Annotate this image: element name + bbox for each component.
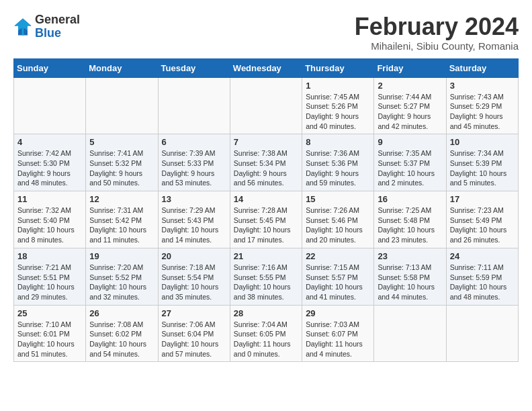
calendar-day-cell: 23Sunrise: 7:13 AM Sunset: 5:58 PM Dayli… xyxy=(374,248,446,305)
weekday-header: Saturday xyxy=(446,58,518,77)
logo: General Blue xyxy=(13,13,80,40)
day-info: Sunrise: 7:43 AM Sunset: 5:29 PM Dayligh… xyxy=(450,92,515,132)
calendar-week-row: 4Sunrise: 7:42 AM Sunset: 5:30 PM Daylig… xyxy=(14,134,519,191)
calendar-day-cell: 15Sunrise: 7:26 AM Sunset: 5:46 PM Dayli… xyxy=(302,191,374,248)
day-info: Sunrise: 7:03 AM Sunset: 6:07 PM Dayligh… xyxy=(306,320,370,359)
calendar-day-cell: 9Sunrise: 7:35 AM Sunset: 5:37 PM Daylig… xyxy=(374,134,446,191)
calendar-week-row: 1Sunrise: 7:45 AM Sunset: 5:26 PM Daylig… xyxy=(14,77,519,134)
calendar-day-cell xyxy=(86,77,158,134)
day-number: 9 xyxy=(378,137,442,147)
calendar-day-cell xyxy=(158,77,230,134)
calendar-day-cell xyxy=(230,77,302,134)
calendar-day-cell: 13Sunrise: 7:29 AM Sunset: 5:43 PM Dayli… xyxy=(158,191,230,248)
weekday-header-row: SundayMondayTuesdayWednesdayThursdayFrid… xyxy=(14,58,519,77)
calendar-day-cell xyxy=(446,305,518,362)
day-number: 12 xyxy=(89,194,154,204)
day-number: 13 xyxy=(162,194,226,204)
day-info: Sunrise: 7:36 AM Sunset: 5:36 PM Dayligh… xyxy=(306,148,370,188)
calendar-header: SundayMondayTuesdayWednesdayThursdayFrid… xyxy=(14,58,519,77)
weekday-header: Tuesday xyxy=(158,58,230,77)
logo-icon xyxy=(13,17,32,36)
title-area: February 2024 Mihaileni, Sibiu County, R… xyxy=(355,13,519,52)
calendar-day-cell: 22Sunrise: 7:15 AM Sunset: 5:57 PM Dayli… xyxy=(302,248,374,305)
calendar-day-cell: 12Sunrise: 7:31 AM Sunset: 5:42 PM Dayli… xyxy=(86,191,158,248)
day-number: 27 xyxy=(162,308,226,318)
location-subtitle: Mihaileni, Sibiu County, Romania xyxy=(355,40,519,52)
calendar-week-row: 18Sunrise: 7:21 AM Sunset: 5:51 PM Dayli… xyxy=(14,248,519,305)
calendar-week-row: 11Sunrise: 7:32 AM Sunset: 5:40 PM Dayli… xyxy=(14,191,519,248)
day-info: Sunrise: 7:18 AM Sunset: 5:54 PM Dayligh… xyxy=(162,263,226,302)
day-number: 1 xyxy=(306,81,370,91)
day-number: 28 xyxy=(234,308,298,318)
day-number: 5 xyxy=(89,137,154,147)
day-number: 24 xyxy=(450,251,515,261)
day-info: Sunrise: 7:38 AM Sunset: 5:34 PM Dayligh… xyxy=(234,148,298,188)
day-info: Sunrise: 7:06 AM Sunset: 6:04 PM Dayligh… xyxy=(162,320,226,359)
weekday-header: Friday xyxy=(374,58,446,77)
day-info: Sunrise: 7:32 AM Sunset: 5:40 PM Dayligh… xyxy=(17,205,82,245)
day-info: Sunrise: 7:44 AM Sunset: 5:27 PM Dayligh… xyxy=(378,92,442,132)
calendar-day-cell: 14Sunrise: 7:28 AM Sunset: 5:45 PM Dayli… xyxy=(230,191,302,248)
day-number: 6 xyxy=(162,137,226,147)
calendar-body: 1Sunrise: 7:45 AM Sunset: 5:26 PM Daylig… xyxy=(14,77,519,362)
day-number: 29 xyxy=(306,308,370,318)
calendar-day-cell: 10Sunrise: 7:34 AM Sunset: 5:39 PM Dayli… xyxy=(446,134,518,191)
day-number: 25 xyxy=(17,308,82,318)
day-info: Sunrise: 7:26 AM Sunset: 5:46 PM Dayligh… xyxy=(306,205,370,245)
day-info: Sunrise: 7:15 AM Sunset: 5:57 PM Dayligh… xyxy=(306,263,370,302)
calendar-day-cell: 7Sunrise: 7:38 AM Sunset: 5:34 PM Daylig… xyxy=(230,134,302,191)
day-info: Sunrise: 7:28 AM Sunset: 5:45 PM Dayligh… xyxy=(234,205,298,245)
day-number: 15 xyxy=(306,194,370,204)
calendar-day-cell xyxy=(374,305,446,362)
weekday-header: Thursday xyxy=(302,58,374,77)
day-number: 8 xyxy=(306,137,370,147)
page-header: General Blue February 2024 Mihaileni, Si… xyxy=(13,13,519,52)
calendar-day-cell: 18Sunrise: 7:21 AM Sunset: 5:51 PM Dayli… xyxy=(14,248,86,305)
day-info: Sunrise: 7:16 AM Sunset: 5:55 PM Dayligh… xyxy=(234,263,298,302)
day-info: Sunrise: 7:08 AM Sunset: 6:02 PM Dayligh… xyxy=(89,320,154,359)
day-number: 23 xyxy=(378,251,442,261)
day-number: 16 xyxy=(378,194,442,204)
calendar-day-cell: 26Sunrise: 7:08 AM Sunset: 6:02 PM Dayli… xyxy=(86,305,158,362)
calendar-day-cell: 8Sunrise: 7:36 AM Sunset: 5:36 PM Daylig… xyxy=(302,134,374,191)
calendar-day-cell: 24Sunrise: 7:11 AM Sunset: 5:59 PM Dayli… xyxy=(446,248,518,305)
calendar-day-cell: 2Sunrise: 7:44 AM Sunset: 5:27 PM Daylig… xyxy=(374,77,446,134)
calendar-day-cell: 6Sunrise: 7:39 AM Sunset: 5:33 PM Daylig… xyxy=(158,134,230,191)
day-number: 19 xyxy=(89,251,154,261)
day-info: Sunrise: 7:25 AM Sunset: 5:48 PM Dayligh… xyxy=(378,205,442,245)
day-info: Sunrise: 7:41 AM Sunset: 5:32 PM Dayligh… xyxy=(89,148,154,188)
calendar-day-cell: 17Sunrise: 7:23 AM Sunset: 5:49 PM Dayli… xyxy=(446,191,518,248)
svg-marker-1 xyxy=(14,18,31,35)
calendar-table: SundayMondayTuesdayWednesdayThursdayFrid… xyxy=(13,58,519,363)
day-info: Sunrise: 7:29 AM Sunset: 5:43 PM Dayligh… xyxy=(162,205,226,245)
day-info: Sunrise: 7:10 AM Sunset: 6:01 PM Dayligh… xyxy=(17,320,82,359)
day-number: 20 xyxy=(162,251,226,261)
month-title: February 2024 xyxy=(355,13,519,40)
calendar-day-cell: 20Sunrise: 7:18 AM Sunset: 5:54 PM Dayli… xyxy=(158,248,230,305)
day-number: 21 xyxy=(234,251,298,261)
day-info: Sunrise: 7:34 AM Sunset: 5:39 PM Dayligh… xyxy=(450,148,515,188)
day-number: 3 xyxy=(450,81,515,91)
day-number: 14 xyxy=(234,194,298,204)
calendar-day-cell: 27Sunrise: 7:06 AM Sunset: 6:04 PM Dayli… xyxy=(158,305,230,362)
day-info: Sunrise: 7:11 AM Sunset: 5:59 PM Dayligh… xyxy=(450,263,515,302)
calendar-day-cell: 21Sunrise: 7:16 AM Sunset: 5:55 PM Dayli… xyxy=(230,248,302,305)
day-info: Sunrise: 7:21 AM Sunset: 5:51 PM Dayligh… xyxy=(17,263,82,302)
weekday-header: Monday xyxy=(86,58,158,77)
day-info: Sunrise: 7:23 AM Sunset: 5:49 PM Dayligh… xyxy=(450,205,515,245)
day-number: 11 xyxy=(17,194,82,204)
day-info: Sunrise: 7:13 AM Sunset: 5:58 PM Dayligh… xyxy=(378,263,442,302)
day-info: Sunrise: 7:04 AM Sunset: 6:05 PM Dayligh… xyxy=(234,320,298,359)
day-info: Sunrise: 7:31 AM Sunset: 5:42 PM Dayligh… xyxy=(89,205,154,245)
calendar-day-cell: 3Sunrise: 7:43 AM Sunset: 5:29 PM Daylig… xyxy=(446,77,518,134)
day-number: 18 xyxy=(17,251,82,261)
day-number: 7 xyxy=(234,137,298,147)
day-info: Sunrise: 7:20 AM Sunset: 5:52 PM Dayligh… xyxy=(89,263,154,302)
day-info: Sunrise: 7:35 AM Sunset: 5:37 PM Dayligh… xyxy=(378,148,442,188)
calendar-day-cell: 25Sunrise: 7:10 AM Sunset: 6:01 PM Dayli… xyxy=(14,305,86,362)
calendar-day-cell: 28Sunrise: 7:04 AM Sunset: 6:05 PM Dayli… xyxy=(230,305,302,362)
day-number: 26 xyxy=(89,308,154,318)
day-number: 17 xyxy=(450,194,515,204)
calendar-day-cell: 4Sunrise: 7:42 AM Sunset: 5:30 PM Daylig… xyxy=(14,134,86,191)
day-number: 4 xyxy=(17,137,82,147)
